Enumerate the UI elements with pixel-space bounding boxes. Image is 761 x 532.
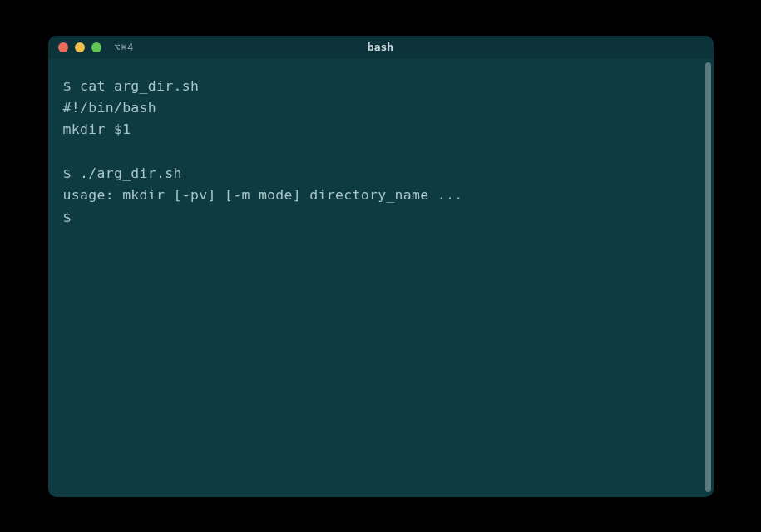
terminal-line: usage: mkdir [-pv] [-m mode] directory_n… xyxy=(63,187,463,203)
terminal-line: $ cat arg_dir.sh xyxy=(63,78,200,94)
title-bar: ⌥⌘4 bash xyxy=(48,36,714,59)
close-button[interactable] xyxy=(58,42,68,52)
maximize-button[interactable] xyxy=(91,42,101,52)
terminal-line: #!/bin/bash xyxy=(63,100,157,116)
tab-indicator: ⌥⌘4 xyxy=(115,42,134,53)
terminal-content[interactable]: $ cat arg_dir.sh #!/bin/bash mkdir $1 $ … xyxy=(63,76,699,229)
minimize-button[interactable] xyxy=(75,42,85,52)
terminal-line: $ xyxy=(63,209,72,225)
terminal-body[interactable]: $ cat arg_dir.sh #!/bin/bash mkdir $1 $ … xyxy=(48,59,714,497)
terminal-window: ⌥⌘4 bash $ cat arg_dir.sh #!/bin/bash mk… xyxy=(48,36,714,497)
terminal-line: mkdir $1 xyxy=(63,121,131,137)
terminal-line: $ ./arg_dir.sh xyxy=(63,165,182,181)
traffic-lights xyxy=(58,42,101,52)
scrollbar[interactable] xyxy=(705,62,711,492)
window-title: bash xyxy=(368,41,393,53)
